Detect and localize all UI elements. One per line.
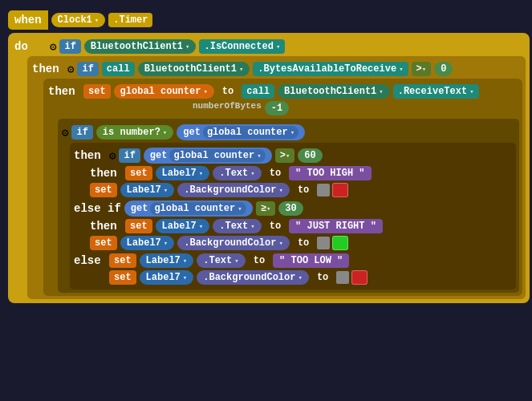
- else-row: else set Label7 ▾ .Text ▾ to " TO: [74, 253, 514, 268]
- bt-receive-text[interactable]: .ReceiveText ▾: [393, 84, 479, 99]
- set-text-mid-row: then set Label7 ▾ .Text ▾ to " JU: [90, 219, 514, 233]
- label7-pill-4[interactable]: Label7 ▾: [120, 236, 175, 250]
- red-swatch-low[interactable]: [351, 270, 368, 285]
- clock-dropdown-arrow[interactable]: ▾: [95, 16, 99, 25]
- just-right-string[interactable]: " JUST RIGHT ": [289, 219, 383, 233]
- color-picker-red-low[interactable]: [336, 270, 368, 285]
- set-bg-low-row: set Label7 ▾ .BackgroundColor ▾ to: [109, 270, 514, 285]
- when-row: when Clock1 ▾ .Timer: [8, 10, 530, 30]
- label7-pill-3[interactable]: Label7 ▾: [156, 219, 210, 233]
- label7-pill-1[interactable]: Label7 ▾: [156, 166, 210, 180]
- else-keyword: else: [74, 254, 106, 267]
- then-keyword-4: then: [90, 167, 122, 180]
- global-counter-pill-1[interactable]: global counter ▾: [114, 84, 214, 99]
- clock-component-pill[interactable]: Clock1 ▾: [51, 13, 106, 27]
- red-swatch[interactable]: [332, 183, 348, 197]
- then-row-1: then ⚙ if call BluetoothClient1 ▾ .Bytes…: [32, 62, 522, 76]
- to-kw-6: to: [249, 253, 270, 268]
- sixty-number[interactable]: 60: [298, 148, 322, 163]
- set-kw-4[interactable]: set: [125, 219, 152, 233]
- op-gt-1[interactable]: > ▾: [412, 62, 432, 76]
- too-low-string[interactable]: " TOO LOW ": [273, 253, 349, 268]
- when-keyword: when: [8, 10, 48, 30]
- color-swatch-gray-3: [336, 271, 349, 284]
- gear-icon-2: ⚙: [62, 126, 68, 140]
- set-text-high-row: then set Label7 ▾ .Text ▾ to " TO: [90, 166, 514, 180]
- set-kw-3[interactable]: set: [90, 183, 117, 197]
- set-bg-high-row: set Label7 ▾ .BackgroundColor ▾ to: [90, 183, 514, 197]
- global-counter-get-1[interactable]: global counter ▾: [203, 126, 298, 139]
- numbytes-label: numberOfBytes: [193, 101, 262, 111]
- text-prop-1[interactable]: .Text ▾: [213, 166, 261, 180]
- to-kw-4: to: [265, 219, 286, 233]
- get-kw-1: get: [183, 127, 201, 138]
- bg-prop-1[interactable]: .BackgroundColor ▾: [177, 183, 290, 197]
- color-swatch-gray-1: [317, 184, 330, 196]
- label7-pill-6[interactable]: Label7 ▾: [140, 270, 194, 285]
- set-kw-5[interactable]: set: [90, 236, 117, 250]
- timer-event-block[interactable]: .Timer: [108, 13, 152, 27]
- bt-bytes-available[interactable]: .BytesAvailableToReceive ▾: [253, 62, 408, 76]
- green-swatch[interactable]: [332, 236, 348, 250]
- then-container-1: then ⚙ if call BluetoothClient1 ▾ .Bytes…: [27, 56, 526, 299]
- then-keyword-1: then: [32, 63, 64, 75]
- is-number-pill[interactable]: is number? ▾: [96, 125, 173, 140]
- call-keyword-1: call: [102, 62, 135, 76]
- then-row-2: then set global counter ▾ to call Blueto…: [48, 84, 519, 99]
- get-counter-3[interactable]: get global counter ▾: [124, 200, 253, 217]
- do-container: do ⚙ if BluetoothClient1 ▾ .IsConnected …: [8, 33, 530, 303]
- if-keyword-4[interactable]: if: [119, 148, 140, 163]
- too-high-string[interactable]: " TOO HIGH ": [289, 166, 371, 180]
- block-canvas: when Clock1 ▾ .Timer do ⚙ if BluetoothCl…: [8, 10, 530, 401]
- color-swatch-gray-2: [317, 237, 330, 249]
- bt-component-3[interactable]: BluetoothClient1 ▾: [278, 84, 390, 99]
- color-picker-red[interactable]: [317, 183, 348, 197]
- to-kw-3: to: [293, 183, 314, 197]
- do-row: do ⚙ if BluetoothClient1 ▾ .IsConnected …: [14, 39, 526, 54]
- to-keyword-1: to: [217, 84, 238, 99]
- if-keyword-2[interactable]: if: [77, 62, 98, 76]
- label7-pill-2[interactable]: Label7 ▾: [120, 183, 175, 197]
- do-keyword: do: [14, 40, 47, 53]
- set-kw-7[interactable]: set: [109, 270, 136, 285]
- if-keyword-1[interactable]: if: [59, 39, 80, 54]
- label7-pill-5[interactable]: Label7 ▾: [140, 253, 194, 268]
- op-gte[interactable]: ≥ ▾: [256, 201, 276, 216]
- to-kw-7: to: [312, 270, 333, 285]
- bt-component-1[interactable]: BluetoothClient1 ▾: [84, 39, 197, 54]
- gear-icon-3: ⚙: [109, 149, 116, 163]
- then-keyword-3: then: [74, 149, 106, 162]
- else-if-row: else if get global counter ▾ ≥ ▾: [74, 200, 514, 217]
- zero-number[interactable]: 0: [434, 62, 453, 76]
- set-kw-2[interactable]: set: [125, 166, 152, 180]
- neg-one-number[interactable]: -1: [265, 101, 289, 115]
- counter-pill-3[interactable]: global counter ▾: [150, 202, 246, 215]
- bt-isconnected[interactable]: .IsConnected ▾: [199, 39, 285, 54]
- counter-pill-2[interactable]: global counter ▾: [169, 149, 265, 162]
- text-prop-3[interactable]: .Text ▾: [197, 253, 245, 268]
- layer-4-container: ⚙ if is number? ▾ get global counter ▾: [58, 119, 519, 293]
- text-prop-2[interactable]: .Text ▾: [213, 219, 261, 233]
- layer-5-container: then ⚙ if get global counter ▾: [70, 143, 516, 290]
- call-keyword-2: call: [242, 84, 274, 99]
- else-if-keyword: else if: [74, 202, 121, 215]
- if-keyword-3[interactable]: if: [71, 125, 92, 140]
- op-gt-2[interactable]: > ▾: [275, 148, 295, 163]
- get-global-counter-1[interactable]: get global counter ▾: [177, 124, 305, 140]
- then-gear-icon-1: ⚙: [67, 63, 74, 76]
- bg-prop-3[interactable]: .BackgroundColor ▾: [197, 270, 309, 285]
- inner-then-row-1: then ⚙ if get global counter ▾: [74, 148, 514, 164]
- color-picker-green[interactable]: [317, 236, 348, 250]
- set-kw-6[interactable]: set: [109, 253, 136, 268]
- thirty-number[interactable]: 30: [278, 201, 303, 216]
- then-keyword-2: then: [48, 85, 80, 98]
- set-bg-mid-row: set Label7 ▾ .BackgroundColor ▾ to: [90, 236, 514, 250]
- set-keyword-1[interactable]: set: [83, 84, 111, 99]
- to-kw-5: to: [293, 236, 314, 250]
- do-gear-icon: ⚙: [50, 40, 56, 54]
- bt-component-2[interactable]: BluetoothClient1 ▾: [138, 62, 250, 76]
- then-keyword-5: then: [90, 220, 122, 233]
- bg-prop-2[interactable]: .BackgroundColor ▾: [177, 236, 290, 250]
- is-number-row: ⚙ if is number? ▾ get global counter ▾: [62, 124, 516, 140]
- get-counter-2[interactable]: get global counter ▾: [144, 148, 272, 164]
